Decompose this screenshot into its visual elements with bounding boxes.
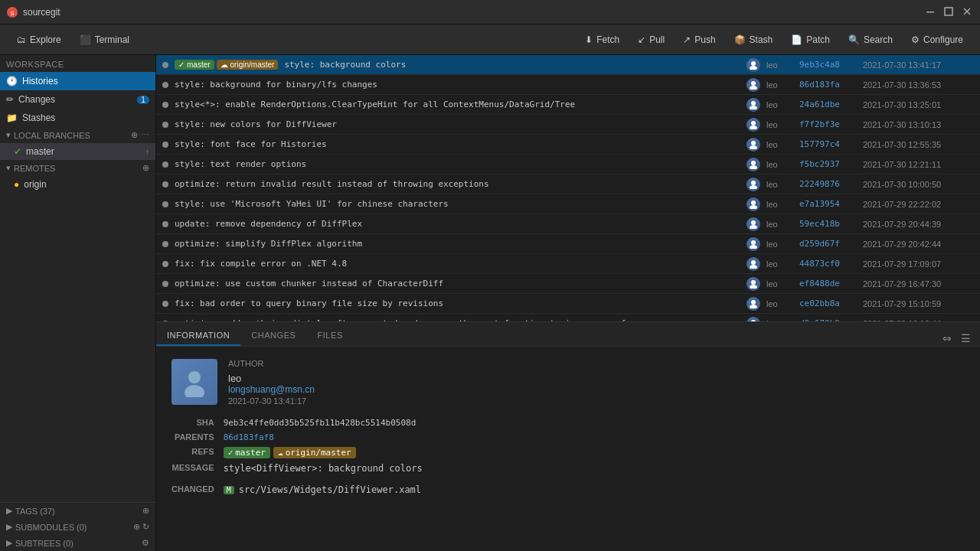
add-submodule-icon[interactable]: ⊕: [133, 522, 140, 532]
submodules-item[interactable]: ▶ SUBMODULES (0) ⊕ ↻: [0, 519, 155, 535]
window-controls: [925, 6, 974, 18]
stash-icon: 📦: [734, 34, 746, 45]
patch-button[interactable]: 📄 Patch: [783, 31, 838, 48]
add-branch-icon[interactable]: ⊕: [131, 130, 138, 140]
terminal-button[interactable]: ⬛ Terminal: [72, 31, 137, 48]
search-icon: 🔍: [848, 34, 860, 45]
sidebar-item-histories[interactable]: 🕐 Histories: [0, 72, 155, 90]
svg-point-19: [750, 185, 757, 189]
avatar-icon: [749, 259, 758, 269]
tags-item[interactable]: ▶ TAGS (37) ⊕: [0, 503, 155, 519]
commit-avatar: [746, 98, 760, 112]
commit-row[interactable]: style: background for binary/lfs changes…: [156, 75, 980, 95]
svg-point-30: [751, 300, 756, 305]
tab-information[interactable]: INFORMATION: [156, 326, 240, 346]
commit-row[interactable]: update: remove dependency of DiffPlex le…: [156, 214, 980, 234]
commit-row[interactable]: style: font face for Histories leo 15779…: [156, 135, 980, 155]
add-subtree-icon[interactable]: ⚙: [142, 538, 149, 548]
explore-button[interactable]: 🗂 Explore: [9, 31, 69, 48]
pull-icon: ↙: [638, 34, 645, 45]
configure-button[interactable]: ⚙ Configure: [903, 31, 971, 48]
parent-hash-link[interactable]: 86d183faf8: [224, 432, 274, 442]
svg-point-23: [750, 225, 757, 229]
svg-point-31: [750, 305, 757, 308]
remotes-section[interactable]: ▾ REMOTES ⊕: [0, 160, 155, 176]
subtrees-item[interactable]: ▶ SUBTREES (0) ⚙: [0, 535, 155, 551]
avatar-icon: [749, 80, 758, 90]
commit-row[interactable]: optimize: simplify DiffPlex algorithm le…: [156, 234, 980, 254]
commit-hash: d259d67f: [799, 239, 857, 249]
svg-point-6: [751, 61, 756, 66]
commit-row[interactable]: ✓ master ☁ origin/master style: backgrou…: [156, 55, 980, 75]
remote-origin[interactable]: ● origin: [0, 176, 155, 193]
commit-row[interactable]: fix: bad order to query binary file size…: [156, 294, 980, 314]
tab-files[interactable]: FILES: [306, 326, 353, 346]
commit-row[interactable]: optimize: return invalid result instead …: [156, 174, 980, 194]
commit-author: leo: [766, 200, 793, 209]
ref-origin-badge: ☁ origin/master: [273, 447, 356, 458]
commit-row[interactable]: fix: fix compile error on .NET 4.8 leo 4…: [156, 254, 980, 274]
sidebar-item-stashes[interactable]: 📁 Stashes: [0, 109, 155, 127]
commit-row[interactable]: optimize: use custom chunker instead of …: [156, 274, 980, 294]
svg-point-27: [750, 265, 757, 269]
commit-author: leo: [766, 140, 793, 149]
commit-dot: [162, 301, 168, 307]
avatar-icon: [749, 120, 758, 129]
commit-row[interactable]: style: use 'Microsoft YaHei UI' for chin…: [156, 194, 980, 214]
fetch-button[interactable]: ⬇ Fetch: [577, 31, 627, 48]
branch-options-icon[interactable]: ⋯: [141, 130, 149, 140]
ref-origin-icon: ☁: [278, 448, 283, 458]
commit-row[interactable]: style: text render options leo f5bc2937 …: [156, 155, 980, 174]
commit-row[interactable]: optimize: add path immediately after cre…: [156, 314, 980, 321]
list-toggle[interactable]: ☰: [958, 331, 974, 346]
stashes-icon: 📁: [6, 112, 18, 123]
minimize-icon[interactable]: [925, 6, 937, 18]
commit-hash: e7a13954: [799, 199, 857, 209]
commit-row[interactable]: style: new colors for DiffViewer leo f7f…: [156, 115, 980, 135]
svg-rect-3: [945, 8, 952, 15]
app-title: sourcegit: [23, 7, 60, 18]
close-icon[interactable]: [962, 6, 974, 18]
commit-author: leo: [766, 279, 793, 289]
pull-button[interactable]: ↙ Pull: [630, 31, 672, 48]
ref-master-check: ✓: [228, 448, 234, 458]
branch-actions: ⊕ ⋯: [131, 130, 149, 140]
avatar-icon: [749, 140, 758, 149]
avatar-icon: [749, 299, 758, 308]
push-button[interactable]: ↗ Push: [675, 31, 723, 48]
commit-avatar: [746, 197, 760, 211]
svg-point-14: [751, 141, 756, 145]
commit-author: leo: [766, 60, 793, 70]
branch-ahead-icon: ↑: [145, 148, 149, 156]
commit-author: leo: [766, 259, 793, 269]
push-icon: ↗: [683, 34, 691, 45]
commit-avatar: [746, 297, 760, 311]
configure-icon: ⚙: [911, 34, 920, 45]
add-remote-icon[interactable]: ⊕: [142, 163, 149, 173]
origin-badge: ☁ origin/master: [217, 60, 279, 70]
local-branches-chevron: ▾: [6, 130, 11, 140]
sidebar-bottom: ▶ TAGS (37) ⊕ ▶ SUBMODULES (0) ⊕ ↻ ▶ SUB…: [0, 502, 155, 551]
wrap-toggle[interactable]: ⇔: [939, 331, 955, 346]
avatar-icon: [749, 180, 758, 189]
commit-message: style: use 'Microsoft YaHei UI' for chin…: [175, 199, 740, 209]
commit-message: style<*>: enable RenderOptions.ClearType…: [175, 99, 740, 109]
commit-avatar: [746, 138, 760, 152]
sidebar-item-changes[interactable]: ✏ Changes 1: [0, 90, 155, 109]
stash-button[interactable]: 📦 Stash: [727, 31, 781, 48]
refs-badges: ✓ master ☁ origin/master: [224, 447, 965, 458]
message-value: style<DiffViewer>: background colors: [224, 463, 965, 474]
branch-item-master[interactable]: ✓ master ↑: [0, 143, 155, 160]
commit-time: 2021-07-30 13:36:53: [863, 80, 974, 90]
refresh-submodule-icon[interactable]: ↻: [142, 522, 149, 532]
tab-changes[interactable]: CHANGES: [240, 326, 306, 346]
commit-row[interactable]: style<*>: enable RenderOptions.ClearType…: [156, 95, 980, 115]
search-button[interactable]: 🔍 Search: [841, 31, 900, 48]
local-branches-section[interactable]: ▾ LOCAL BRANCHES ⊕ ⋯: [0, 127, 155, 143]
commit-time: 2021-07-29 15:10:59: [863, 299, 974, 308]
commit-author: leo: [766, 240, 793, 249]
add-tag-icon[interactable]: ⊕: [142, 506, 149, 516]
commit-dot: [162, 82, 168, 88]
maximize-icon[interactable]: [943, 6, 956, 18]
commit-hash: ef8488de: [799, 279, 857, 289]
